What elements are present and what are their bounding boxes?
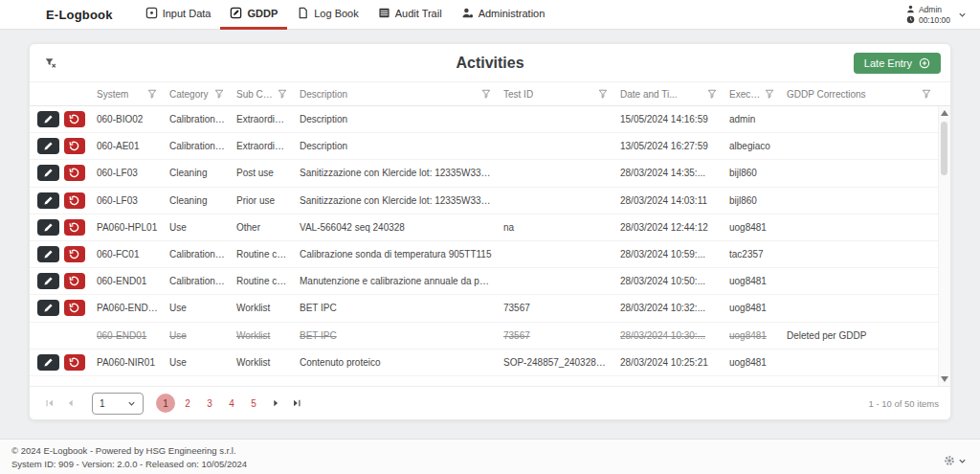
- last-page-button[interactable]: [288, 395, 305, 412]
- settings-menu[interactable]: [944, 455, 967, 466]
- page-button-5[interactable]: 5: [244, 394, 263, 413]
- filter-icon[interactable]: [214, 89, 224, 99]
- page-button-3[interactable]: 3: [200, 394, 219, 413]
- gddp-correction-button[interactable]: [64, 300, 86, 316]
- filter-icon[interactable]: [147, 89, 157, 99]
- page-select[interactable]: 1: [92, 393, 144, 415]
- column-label: Date and Ti...: [620, 89, 677, 100]
- clear-filters-button[interactable]: [39, 53, 60, 74]
- table-row: 060-END01Calibration / Tar...Routine cal…: [30, 268, 938, 295]
- datetime-cell: 28/03/2024 14:35:...: [614, 168, 724, 178]
- history-icon: [69, 114, 79, 124]
- subcategory-cell: Extraordinary ca...: [231, 114, 294, 124]
- table-row: PA060-HPL01UseOtherVAL-566042 seq 240328…: [30, 214, 938, 241]
- gear-icon: [944, 455, 955, 466]
- filter-icon[interactable]: [765, 89, 774, 99]
- filter-icon[interactable]: [481, 89, 491, 99]
- pencil-icon: [43, 168, 54, 178]
- column-header-date-and-ti: Date and Ti...: [614, 89, 724, 100]
- filter-icon[interactable]: [707, 89, 717, 99]
- gddp-correction-button[interactable]: [64, 246, 86, 262]
- gddp-correction-button[interactable]: [64, 354, 86, 371]
- subcategory-cell: Other: [231, 222, 294, 233]
- tab-audit-trail[interactable]: Audit Trail: [368, 0, 452, 30]
- user-name: Admin: [919, 5, 942, 14]
- chevron-down-icon[interactable]: [958, 11, 967, 19]
- executedby-cell: bijl860: [724, 168, 781, 178]
- testid-cell: na: [498, 222, 614, 233]
- tab-gddp[interactable]: GDDP: [220, 0, 287, 30]
- column-label: Executed ...: [729, 89, 761, 100]
- gddp-correction-button[interactable]: [64, 219, 86, 236]
- history-icon: [69, 168, 79, 178]
- edit-button[interactable]: [37, 165, 59, 181]
- edit-button[interactable]: [37, 219, 59, 236]
- user-menu[interactable]: Admin 00:10:00: [906, 5, 969, 25]
- row-actions: [30, 111, 91, 127]
- edit-button[interactable]: [37, 300, 59, 316]
- plus-circle-icon: [919, 57, 930, 69]
- category-cell: Calibration / Tar...: [164, 276, 231, 286]
- gddp-correction-button[interactable]: [64, 138, 86, 154]
- gear-caret-icon: [958, 457, 967, 465]
- system-cell: 060-FC01: [91, 249, 164, 260]
- datetime-cell: 28/03/2024 12:44:12: [614, 222, 724, 233]
- logbook-icon: [297, 7, 309, 19]
- subcategory-cell: Post use: [231, 168, 294, 178]
- subcategory-cell: Worklist: [231, 357, 294, 368]
- tab-log-book[interactable]: Log Book: [287, 0, 368, 30]
- nav-tabs: Input DataGDDPLog BookAudit TrailAdminis…: [136, 0, 555, 30]
- tab-input-data[interactable]: Input Data: [136, 0, 221, 30]
- category-cell: Use: [164, 357, 231, 368]
- filter-icon[interactable]: [598, 89, 608, 99]
- executedby-cell: admin: [724, 114, 781, 124]
- gddp-correction-button[interactable]: [64, 165, 86, 181]
- pencil-icon: [43, 357, 54, 368]
- next-page-button[interactable]: [267, 395, 284, 412]
- datetime-cell: 28/03/2024 10:30:...: [614, 330, 724, 341]
- page-button-1[interactable]: 1: [156, 394, 175, 413]
- row-actions: [30, 273, 91, 289]
- category-cell: Calibration / Tar...: [164, 141, 231, 151]
- row-actions: [30, 192, 91, 209]
- column-header-test-id: Test ID: [498, 89, 614, 100]
- system-cell: PA060-HPL01: [91, 222, 164, 233]
- scrollbar-thumb[interactable]: [941, 122, 947, 175]
- edit-button[interactable]: [37, 192, 59, 209]
- tab-administration[interactable]: Administration: [452, 0, 555, 30]
- page-button-4[interactable]: 4: [222, 394, 241, 413]
- gddp-correction-button[interactable]: [64, 273, 86, 289]
- prev-page-button[interactable]: [62, 395, 79, 412]
- column-header-description: Description: [294, 89, 498, 100]
- edit-button[interactable]: [37, 273, 59, 289]
- scroll-up-icon[interactable]: [941, 110, 948, 116]
- column-label: Category: [169, 89, 209, 100]
- first-page-button[interactable]: [41, 395, 58, 412]
- subcategory-cell: Routine calibrati...: [231, 276, 294, 286]
- filter-icon[interactable]: [922, 89, 931, 99]
- category-cell: Use: [164, 222, 231, 233]
- edit-button[interactable]: [37, 246, 59, 262]
- scroll-down-icon[interactable]: [941, 376, 948, 382]
- card-header: Activities Late Entry: [30, 44, 950, 81]
- executedby-cell: uog8481: [724, 357, 781, 368]
- gddp-correction-button[interactable]: [64, 111, 86, 127]
- edit-button[interactable]: [37, 111, 59, 127]
- system-cell: 060-BIO02: [91, 114, 164, 124]
- filter-icon[interactable]: [278, 89, 287, 99]
- column-label: Test ID: [503, 89, 533, 100]
- subcategory-cell: Routine calibrati...: [231, 249, 294, 260]
- first-page-icon: [45, 398, 55, 408]
- gddp-correction-button[interactable]: [64, 192, 86, 209]
- tab-label: Input Data: [163, 8, 212, 19]
- table-scrollbar[interactable]: [938, 106, 950, 386]
- edit-button[interactable]: [37, 138, 59, 154]
- category-cell: Cleaning: [164, 195, 231, 206]
- page-button-2[interactable]: 2: [178, 394, 197, 413]
- edit-button[interactable]: [37, 354, 59, 371]
- next-page-icon: [271, 398, 280, 408]
- late-entry-button[interactable]: Late Entry: [854, 53, 941, 74]
- executedby-cell: tac2357: [724, 249, 781, 260]
- history-icon: [69, 357, 79, 368]
- testid-cell: SOP-248857_240328_02: [498, 357, 614, 368]
